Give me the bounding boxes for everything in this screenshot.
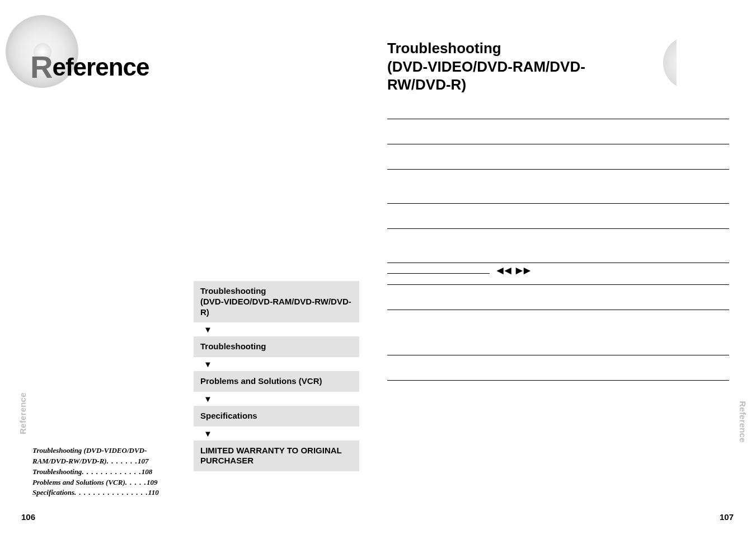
flow-step: Troubleshooting (DVD-VIDEO/DVD-RAM/DVD-R… [194, 281, 359, 322]
down-arrow-icon: ▼ [194, 427, 359, 441]
flow-step-label: LIMITED WARRANTY TO ORIGINAL PURCHASER [200, 446, 342, 466]
table-of-contents: Troubleshooting (DVD-VIDEO/DVD- RAM/DVD-… [32, 446, 200, 498]
right-title-line2: (DVD-VIDEO/DVD-RAM/DVD-RW/DVD-R) [387, 58, 643, 94]
toc-label: RAM/DVD-RW/DVD-R) [32, 456, 107, 467]
troubleshooting-rules: ◀◀ ▶▶ [376, 119, 756, 381]
toc-leader: . . . . . . . [107, 456, 138, 467]
disc-clip [677, 27, 739, 99]
flow-step: Problems and Solutions (VCR) [194, 371, 359, 392]
flow-step: LIMITED WARRANTY TO ORIGINAL PURCHASER [194, 441, 359, 472]
page-title: Reference [30, 49, 149, 85]
hero-title-rest: eference [52, 53, 149, 81]
flow-chart: Troubleshooting (DVD-VIDEO/DVD-RAM/DVD-R… [194, 281, 359, 471]
toc-label: Troubleshooting [32, 467, 82, 477]
side-tab-left: Reference [13, 409, 31, 418]
divider-line [387, 380, 729, 381]
page-number-left: 106 [21, 512, 35, 522]
transport-glyphs: ◀◀ ▶▶ [497, 265, 532, 275]
toc-row: Troubleshooting . . . . . . . . . . . . … [32, 467, 200, 477]
side-tab-label-left: Reference [18, 392, 27, 434]
right-page: Troubleshooting (DVD-VIDEO/DVD-RAM/DVD-R… [376, 0, 756, 534]
left-page: Reference Reference Troubleshooting (DVD… [0, 0, 376, 534]
side-tab-accent: R [18, 428, 27, 434]
page-number-right: 107 [720, 512, 734, 522]
toc-leader: . . . . . [125, 477, 147, 488]
toc-page: 110 [148, 488, 159, 498]
side-tab-rest: eference [18, 392, 27, 428]
flow-step-label: Specifications [200, 411, 257, 420]
flow-step-label: Problems and Solutions (VCR) [200, 376, 322, 386]
right-title-line1: Troubleshooting [387, 39, 643, 58]
rewind-forward-icon: ◀◀ ▶▶ [497, 265, 532, 275]
toc-row: Specifications . . . . . . . . . . . . .… [32, 488, 200, 498]
toc-row: Troubleshooting (DVD-VIDEO/DVD- [32, 446, 200, 456]
toc-label: Specifications [32, 488, 74, 498]
flow-step-label: Troubleshooting [200, 341, 266, 351]
flow-step-label: Troubleshooting (DVD-VIDEO/DVD-RAM/DVD-R… [200, 286, 351, 317]
right-page-header: Troubleshooting (DVD-VIDEO/DVD-RAM/DVD-R… [376, 39, 756, 94]
divider-line-short [387, 273, 490, 274]
down-arrow-icon: ▼ [194, 392, 359, 406]
hero-title-accent: R [30, 49, 52, 85]
toc-label: Problems and Solutions (VCR) [32, 477, 125, 488]
flow-step: Troubleshooting [194, 336, 359, 357]
side-tab-label-right: Reference [738, 401, 748, 442]
toc-page: 109 [147, 477, 158, 488]
toc-page: 107 [138, 456, 149, 467]
toc-row: RAM/DVD-RW/DVD-R) . . . . . . . 107 [32, 456, 200, 467]
toc-leader: . . . . . . . . . . . . . . . . [74, 488, 148, 498]
toc-page: 108 [142, 467, 153, 477]
right-page-title: Troubleshooting (DVD-VIDEO/DVD-RAM/DVD-R… [387, 39, 643, 94]
hero-badge: Reference [22, 31, 162, 98]
toc-label: Troubleshooting (DVD-VIDEO/DVD- [32, 446, 147, 456]
down-arrow-icon: ▼ [194, 322, 359, 336]
side-tab-right: Reference [734, 417, 752, 427]
flow-step: Specifications [194, 406, 359, 427]
toc-row: Problems and Solutions (VCR) . . . . . 1… [32, 477, 200, 488]
toc-leader: . . . . . . . . . . . . . [82, 467, 141, 477]
down-arrow-icon: ▼ [194, 357, 359, 371]
disc-small-wrap [653, 39, 710, 88]
transport-glyph-row: ◀◀ ▶▶ [387, 263, 729, 284]
